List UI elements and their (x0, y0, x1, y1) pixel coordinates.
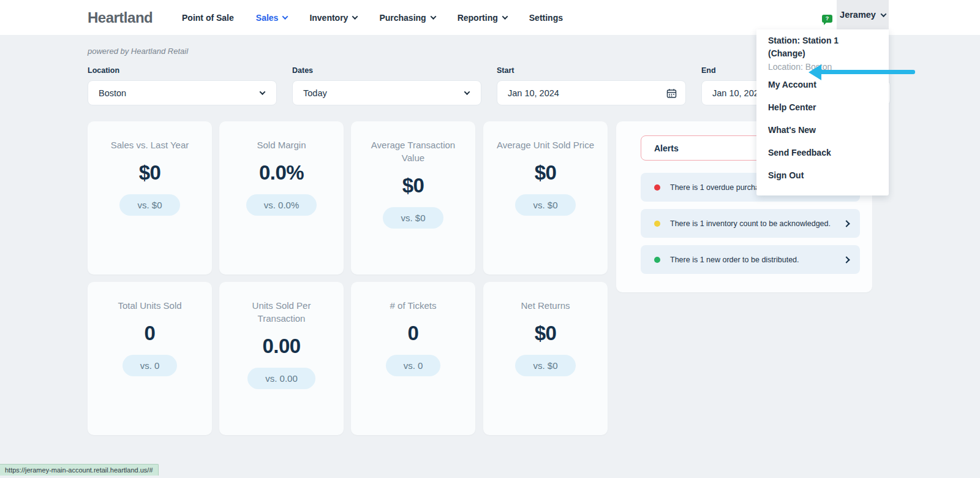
filter-dates: Dates Today (292, 66, 481, 105)
red-status-dot-icon (654, 184, 660, 191)
metric-compare-pill: vs. 0 (123, 355, 178, 376)
nav-settings[interactable]: Settings (529, 13, 563, 23)
chevron-down-icon (282, 13, 288, 20)
powered-by-text: powered by Heartland Retail (88, 47, 188, 56)
filter-location-label: Location (88, 66, 277, 75)
metric-title: # of Tickets (351, 299, 475, 312)
metric-compare-pill: vs. 0.0% (246, 194, 317, 216)
metric-card-net-returns: Net Returns $0 vs. $0 (483, 282, 608, 435)
metric-compare-pill: vs. 0 (386, 355, 441, 376)
metric-compare-pill: vs. $0 (515, 194, 575, 216)
start-date-input[interactable]: Jan 10, 2024 (497, 80, 686, 105)
metric-compare-pill: vs. $0 (119, 194, 179, 216)
metric-title: Net Returns (483, 299, 608, 312)
nav-sales[interactable]: Sales (256, 13, 288, 23)
metric-compare-pill: vs. $0 (383, 207, 443, 229)
menu-item-whats-new[interactable]: What's New (756, 119, 889, 142)
metric-compare-pill: vs. $0 (515, 355, 575, 376)
metric-card-average-transaction-value: Average Transaction Value $0 vs. $0 (351, 121, 475, 275)
chevron-down-icon (260, 89, 266, 95)
metric-title: Sold Margin (219, 138, 344, 151)
menu-item-my-account[interactable]: My Account (756, 74, 889, 96)
metric-card-sales-vs-last-year: Sales vs. Last Year $0 vs. $0 (88, 121, 212, 275)
metric-card-sold-margin: Sold Margin 0.0% vs. 0.0% (219, 121, 344, 275)
metric-value: $0 (88, 161, 212, 184)
green-status-dot-icon (654, 257, 660, 263)
user-menu-button[interactable]: Jeramey (837, 0, 889, 29)
chevron-down-icon (352, 13, 358, 20)
heartland-logo: Heartland (88, 9, 153, 26)
menu-item-send-feedback[interactable]: Send Feedback (756, 142, 889, 164)
nav-purchasing[interactable]: Purchasing (379, 13, 435, 23)
browser-link-preview: https://jeramey-main-account.retail.hear… (0, 464, 159, 476)
metric-title: Units Sold Per Transaction (219, 299, 344, 325)
metric-title: Average Unit Sold Price (483, 138, 608, 151)
chevron-right-icon (843, 220, 850, 227)
chevron-right-icon (843, 256, 850, 263)
chevron-down-icon (464, 89, 470, 95)
chevron-down-icon (430, 13, 436, 20)
metric-value: $0 (483, 322, 608, 345)
metric-title: Average Transaction Value (351, 138, 475, 164)
annotation-arrow (820, 70, 915, 74)
dates-select[interactable]: Today (292, 80, 481, 105)
nav-inventory[interactable]: Inventory (309, 13, 357, 23)
filter-dates-label: Dates (292, 66, 481, 75)
nav-reporting[interactable]: Reporting (458, 13, 507, 23)
metric-card-units-sold-per-transaction: Units Sold Per Transaction 0.00 vs. 0.00 (219, 282, 344, 435)
metric-value: 0.00 (219, 335, 344, 358)
metric-compare-pill: vs. 0.00 (247, 368, 315, 389)
nav-point-of-sale[interactable]: Point of Sale (182, 13, 234, 23)
metric-title: Total Units Sold (88, 299, 212, 312)
menu-item-help-center[interactable]: Help Center (756, 96, 889, 119)
filter-start: Start Jan 10, 2024 (497, 66, 686, 105)
user-name: Jeramey (840, 10, 876, 20)
metric-value: $0 (483, 161, 608, 184)
alert-new-order[interactable]: There is 1 new order to be distributed. (641, 245, 860, 274)
metric-value: 0 (351, 322, 475, 345)
annotation-arrow-head-icon (809, 64, 821, 80)
chevron-down-icon (880, 11, 886, 17)
calendar-icon[interactable] (666, 88, 677, 99)
filter-start-label: Start (497, 66, 686, 75)
metric-card-average-unit-sold-price: Average Unit Sold Price $0 vs. $0 (483, 121, 608, 275)
yellow-status-dot-icon (654, 221, 660, 227)
menu-station-change[interactable]: Station: Station 1 (Change) (756, 34, 889, 60)
alert-inventory-count[interactable]: There is 1 inventory count to be acknowl… (641, 209, 860, 238)
chevron-down-icon (502, 13, 508, 20)
alert-text: There is 1 inventory count to be acknowl… (670, 219, 844, 228)
metric-title: Sales vs. Last Year (88, 138, 212, 151)
metric-card-number-of-tickets: # of Tickets 0 vs. 0 (351, 282, 475, 435)
main-nav: Point of Sale Sales Inventory Purchasing… (182, 0, 563, 35)
metric-value: 0 (88, 322, 212, 345)
alert-text: There is 1 new order to be distributed. (670, 256, 844, 264)
help-chat-icon[interactable]: ? (822, 15, 832, 23)
metric-value: $0 (351, 174, 475, 197)
location-select[interactable]: Boston (88, 80, 277, 105)
metric-value: 0.0% (219, 161, 344, 184)
user-dropdown-menu: Station: Station 1 (Change) Location: Bo… (756, 29, 889, 195)
metric-card-total-units-sold: Total Units Sold 0 vs. 0 (88, 282, 212, 435)
filter-location: Location Boston (88, 66, 277, 105)
menu-item-sign-out[interactable]: Sign Out (756, 164, 889, 187)
